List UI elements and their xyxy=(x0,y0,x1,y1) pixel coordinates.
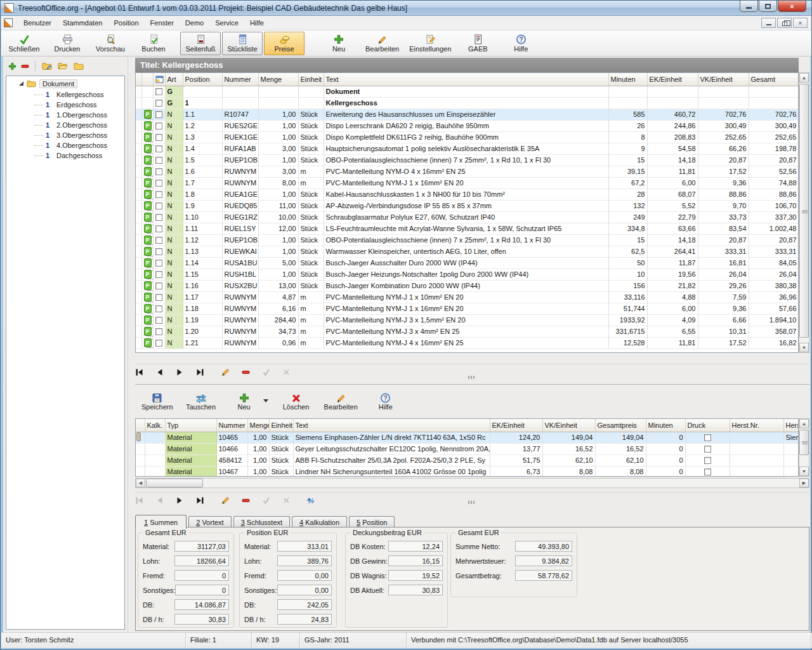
table-row[interactable]: N 1.2 RUES2GE 1,00 Stück Dispo Leerschra… xyxy=(136,120,799,131)
scroll-thumb[interactable] xyxy=(799,84,809,338)
row-checkbox[interactable] xyxy=(155,248,162,255)
menu-position[interactable]: Position xyxy=(108,17,144,29)
nav-first-button[interactable] xyxy=(135,368,143,376)
table-row[interactable]: N 1.8 RUEA1GE 1,00 Stück Kabel-Hausansch… xyxy=(136,189,799,200)
close-button[interactable]: × xyxy=(778,1,806,12)
row-checkbox[interactable] xyxy=(155,202,162,209)
tauschen-button[interactable]: Tauschen xyxy=(186,392,216,411)
table-row[interactable]: N 1.21 RUWNYM 0,96 m PVC-Mantelleitung N… xyxy=(136,337,799,348)
drucken-button[interactable]: Drucken xyxy=(51,32,84,55)
row-checkbox[interactable] xyxy=(155,134,162,141)
tree-item[interactable]: 1 Erdgeschoss xyxy=(6,100,124,110)
minimize-button[interactable] xyxy=(740,1,758,12)
row-checkbox[interactable] xyxy=(155,145,162,152)
table-row[interactable]: N 1.6 RUWNYM 3,00 m PVC-Mantelleitung NY… xyxy=(136,166,799,177)
row-checkbox[interactable] xyxy=(155,305,162,312)
table-row[interactable]: N 1.19 RUWNYM 284,40 m PVC-Mantelleitung… xyxy=(136,314,799,326)
post-record-button[interactable] xyxy=(262,368,270,376)
col-vk-einheit[interactable]: VK/Einheit xyxy=(542,419,595,432)
maximize-button[interactable] xyxy=(759,1,777,12)
edit-record-button[interactable] xyxy=(221,496,230,505)
table-row[interactable]: N 1.11 RUEL1SY 12,00 Stück LS-Feuchtraum… xyxy=(136,223,799,234)
tree-edit-folder-button[interactable] xyxy=(41,61,53,71)
loeschen-button[interactable]: Löschen xyxy=(281,392,311,411)
calc-vscrollbar[interactable]: ▲ ▼ xyxy=(799,418,809,477)
table-row[interactable]: N 1.9 RUEDQ85 11,00 Stück AP-Abzweig-/Ve… xyxy=(136,200,799,211)
col-ek-einheit[interactable]: EK/Einheit xyxy=(647,73,698,86)
tree-add-button[interactable] xyxy=(8,62,16,70)
table-row[interactable]: N 1.12 RUEP1OB 1,00 Stück OBO-Potentiala… xyxy=(136,234,799,246)
mdi-close-button[interactable]: × xyxy=(793,18,808,28)
table-row[interactable]: N 1.14 RUSA1BU 5,00 Stück Busch-Jaeger A… xyxy=(136,257,799,269)
splitter-grip[interactable] xyxy=(468,501,469,504)
col-einheit[interactable]: Einheit xyxy=(298,73,324,86)
einstellungen-button[interactable]: Einstellungen xyxy=(409,32,451,55)
neu-kalk-button[interactable]: Neu xyxy=(229,392,259,411)
tree-closed-folder-button[interactable] xyxy=(73,61,84,71)
table-row[interactable]: N 1.3 RUEK1GE 1,00 Stück Dispo Komplettf… xyxy=(136,131,799,143)
druck-checkbox[interactable] xyxy=(704,446,711,453)
mdi-restore-button[interactable] xyxy=(777,18,792,28)
col-kalk[interactable]: Kalk. xyxy=(145,419,165,432)
row-checkbox[interactable] xyxy=(155,225,162,232)
bearbeiten-kalk-button[interactable]: Bearbeiten xyxy=(324,392,358,411)
neu-dropdown-button[interactable] xyxy=(263,399,268,402)
row-checkbox[interactable] xyxy=(155,123,162,129)
col-art[interactable]: Art xyxy=(165,73,183,86)
scroll-left-icon[interactable]: ◀ xyxy=(136,479,145,488)
table-row[interactable]: N 1.17 RUWNYM 4,87 m PVC-Mantelleitung N… xyxy=(136,291,799,303)
tree-item[interactable]: 1 3.Obergeschoss xyxy=(6,130,124,140)
edit-record-button[interactable] xyxy=(221,368,230,376)
row-checkbox[interactable] xyxy=(155,237,162,244)
nav-next-button[interactable] xyxy=(176,368,184,376)
row-checkbox[interactable] xyxy=(155,168,162,175)
tree-item[interactable]: 1 1.Obergeschoss xyxy=(6,110,124,120)
cancel-record-button[interactable] xyxy=(282,496,291,505)
seitenfuss-button[interactable]: Seitenfuß xyxy=(180,32,221,55)
sort-button[interactable] xyxy=(306,496,315,505)
table-row[interactable]: G 1 Kellergeschoss xyxy=(136,97,799,109)
tree-item[interactable]: 1 Dachgeschoss xyxy=(6,150,124,161)
table-row[interactable]: N 1.15 RUSH1BL 1,00 Stück Busch-Jaeger H… xyxy=(136,269,799,280)
nav-last-button[interactable] xyxy=(196,368,204,376)
table-row[interactable]: G Dokument xyxy=(136,86,799,97)
nav-last-button[interactable] xyxy=(196,496,204,505)
tree-open-folder-button[interactable] xyxy=(57,61,69,71)
tree-remove-button[interactable] xyxy=(21,62,29,70)
row-checkbox[interactable] xyxy=(155,328,162,335)
scroll-up-icon[interactable]: ▲ xyxy=(799,73,809,83)
nav-next-button[interactable] xyxy=(176,496,184,505)
row-checkbox[interactable] xyxy=(155,317,162,324)
col-hers[interactable]: Hers xyxy=(783,419,799,432)
table-row[interactable]: N 1.18 RUWNYM 6,16 m PVC-Mantelleitung N… xyxy=(136,303,799,314)
hilfe-button[interactable]: Hilfe xyxy=(504,32,537,55)
row-checkbox[interactable] xyxy=(155,214,162,221)
col-menge[interactable]: Menge xyxy=(247,419,269,432)
splitter-grip[interactable] xyxy=(468,376,469,379)
menu-service[interactable]: Service xyxy=(209,17,244,29)
col-minuten[interactable]: Minuten xyxy=(646,419,685,432)
menu-fenster[interactable]: Fenster xyxy=(145,17,180,29)
row-checkbox[interactable] xyxy=(155,111,162,118)
druck-checkbox[interactable] xyxy=(704,468,711,475)
col-herstnr[interactable]: Herst.Nr. xyxy=(730,419,783,432)
col-menge[interactable]: Menge xyxy=(258,73,298,86)
menu-hilfe[interactable]: Hilfe xyxy=(244,17,270,29)
row-checkbox[interactable] xyxy=(155,271,162,278)
col-typ[interactable]: Typ xyxy=(165,419,216,432)
tree-item[interactable]: 1 4.Obergeschoss xyxy=(6,140,124,150)
tree-expand-icon[interactable] xyxy=(19,81,23,86)
table-row[interactable]: N 1.20 RUWNYM 34,73 m PVC-Mantelleitung … xyxy=(136,326,799,337)
gaeb-button[interactable]: GAEB xyxy=(461,32,494,55)
scroll-down-icon[interactable]: ▼ xyxy=(799,343,809,352)
bearbeiten-button[interactable]: Bearbeiten xyxy=(365,32,399,55)
table-row[interactable]: N 1.13 RUEWKAI 1,00 Stück Warmwasser Kle… xyxy=(136,246,799,257)
mdi-minimize-button[interactable] xyxy=(761,18,776,28)
stueckliste-button[interactable]: Stückliste xyxy=(222,32,263,55)
row-checkbox[interactable] xyxy=(155,180,162,187)
row-checkbox[interactable] xyxy=(155,100,162,107)
tree-item[interactable]: 1 Kellergeschoss xyxy=(6,90,124,100)
table-row[interactable]: N 1.1 R10747 1,00 Stück Erweiterung des … xyxy=(136,109,799,120)
col-nummer[interactable]: Nummer xyxy=(222,73,258,86)
nav-first-button[interactable] xyxy=(135,496,143,505)
